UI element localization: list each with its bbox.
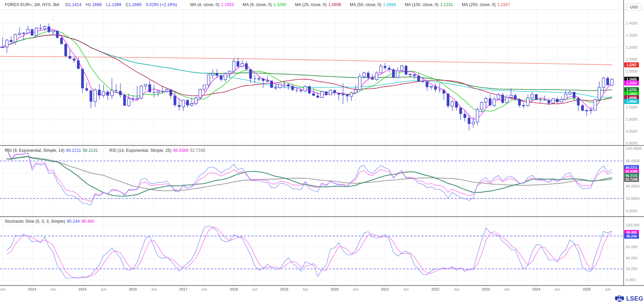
ma-field[interactable]: MA (100, close, 0)1.1231 <box>405 2 453 7</box>
ma-field[interactable]: MA (50, close, 0)1.0884 <box>350 2 396 7</box>
price-axis-label: 1.0500 <box>626 105 638 109</box>
lseg-logo-text: LSEG <box>626 295 643 302</box>
time-axis-label: Jun <box>0 287 6 291</box>
rsi14-title[interactable]: RSI (14, Exponential, Simple, 25) <box>109 148 171 153</box>
ma-field[interactable]: MA (250, close, 0)1.2267 <box>462 2 510 7</box>
time-axis-label: Jun <box>151 287 157 291</box>
ma-field[interactable]: MA (4, close, 0)1.1553 <box>190 2 234 7</box>
time-axis-label: 2019 <box>280 287 288 291</box>
stochastic-k-value: 85.244 <box>67 219 80 224</box>
stoch-axis-label: 100.000 <box>626 223 640 227</box>
instrument-title[interactable]: FOREX EUR=, 1M, NYS, Bid <box>5 2 59 7</box>
stochastic-title[interactable]: Stochastic Slow (5, 3, 3, Simple) <box>5 219 65 224</box>
time-axis-label: Jun <box>50 287 56 291</box>
rsi9-ma-value: 56.2131 <box>83 148 98 153</box>
rsi-axis-label: 0.0000 <box>626 209 638 213</box>
time-axis-label: Jun <box>302 287 308 291</box>
stochastic-d-value: 86.460 <box>81 219 94 224</box>
time-axis-label: 2017 <box>179 287 187 291</box>
rsi14-value: 66.9386 <box>173 148 188 153</box>
ma-field[interactable]: MA (9, close, 0)1.1050 <box>243 2 286 7</box>
time-axis-label: 2018 <box>230 287 238 291</box>
price-axis-label: 0.9000 <box>626 141 638 145</box>
rsi9-value: 69.2211 <box>66 148 81 153</box>
time-axis-label: 2023 <box>482 287 490 291</box>
price-badge: 1.0884 <box>624 99 639 104</box>
price-badge: 1.2267 <box>624 62 639 67</box>
stoch-axis-label: 60.000 <box>626 245 638 249</box>
price-axis-label: 1.2500 <box>626 57 638 61</box>
price-badge: 1.1553 <box>624 80 639 85</box>
time-axis-label: Jun <box>403 287 409 291</box>
rsi-axis-label: 80.0000 <box>626 159 640 163</box>
time-axis-label: Jun <box>453 287 459 291</box>
ohlc-field: C1.1665 <box>126 2 142 7</box>
time-axis-label: Jun <box>252 287 258 291</box>
time-axis-label: 2020 <box>330 287 338 291</box>
ma-fields: MA (4, close, 0)1.1553MA (9, close, 0)1.… <box>182 2 510 7</box>
time-axis-label: Jun <box>100 287 107 291</box>
time-axis-label: Jun <box>201 287 207 291</box>
rsi-legend: RSI (9, Exponential, Simple, 14) 69.2211… <box>5 148 205 153</box>
time-axis-label: 2024 <box>532 287 540 291</box>
rsi14-ma-value: 52.7245 <box>190 148 205 153</box>
time-axis-label: Jun <box>605 287 611 291</box>
ma-field[interactable]: MA (25, close, 0)1.0898 <box>295 2 341 7</box>
ohlc-field: O1.1414 <box>65 2 81 7</box>
ohlc-field: 0.0250 (+2.19%) <box>146 2 177 7</box>
price-axis-label: 1.4000 <box>626 21 638 25</box>
stoch-badge: 85.244 <box>624 234 639 239</box>
price-axis-label: 1.3000 <box>626 45 638 49</box>
price-axis-label: 0.9500 <box>626 129 638 133</box>
lseg-crest-icon <box>614 294 625 303</box>
currency-button[interactable]: USD <box>627 4 641 10</box>
time-axis-label: Jun <box>353 287 359 291</box>
stoch-axis-label: 20.000 <box>626 267 638 271</box>
rsi-badge: 52.7245 <box>624 177 639 182</box>
price-axis-label: 1.0000 <box>626 117 638 121</box>
time-axis-label: 2021 <box>381 287 389 291</box>
rsi-axis-label: 100.0000 <box>626 146 642 150</box>
time-axis-label: 2016 <box>129 287 137 291</box>
rsi-axis-label: 20.0000 <box>626 197 640 201</box>
rsi9-title[interactable]: RSI (9, Exponential, Simple, 14) <box>5 148 65 153</box>
time-axis-label: 2022 <box>431 287 439 291</box>
chart-legend-bar: FOREX EUR=, 1M, NYS, Bid O1.1414H1.1698L… <box>5 2 510 7</box>
rsi-axis-label: 40.0000 <box>626 184 640 188</box>
time-axis-label: Jun <box>504 287 510 291</box>
lseg-logo: LSEG <box>614 294 643 303</box>
time-axis-label: 2015 <box>78 287 86 291</box>
stochastic-legend: Stochastic Slow (5, 3, 3, Simple) 85.244… <box>5 219 94 224</box>
price-axis-label: 1.3500 <box>626 33 638 37</box>
time-axis-label: 2025 <box>582 287 591 291</box>
time-axis-label: 2014 <box>28 287 36 291</box>
ohlc-field: H1.1698 <box>86 2 102 7</box>
price-axis-label: 1.2000 <box>626 69 638 73</box>
ohlc-field: L1.1389 <box>106 2 121 7</box>
stoch-axis-label: 40.000 <box>626 256 638 260</box>
time-axis-label: Jun <box>554 287 560 291</box>
stoch-axis-label: 0.000 <box>626 278 636 282</box>
ohlc-fields: O1.1414H1.1698L1.1389C1.16650.0250 (+2.1… <box>65 2 181 7</box>
